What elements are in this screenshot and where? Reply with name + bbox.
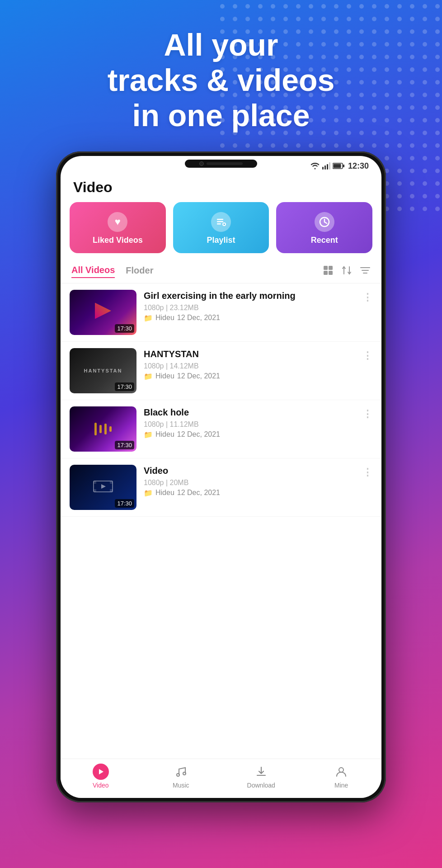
folder-icon-1: 📁 bbox=[144, 314, 153, 322]
video-meta-4: 1080p | 20MB bbox=[144, 479, 353, 487]
category-row: ♥ Liked Videos bbox=[61, 202, 381, 262]
liked-videos-button[interactable]: ♥ Liked Videos bbox=[70, 202, 166, 253]
svg-rect-5 bbox=[329, 162, 330, 170]
video-title-3: Black hole bbox=[144, 406, 353, 418]
phone-notch bbox=[185, 160, 257, 168]
recent-label: Recent bbox=[311, 236, 338, 245]
liked-videos-label: Liked Videos bbox=[93, 236, 143, 245]
svg-rect-2 bbox=[322, 167, 324, 170]
video-more-menu-3[interactable]: ⋮ bbox=[361, 406, 372, 420]
svg-rect-18 bbox=[329, 266, 333, 270]
heart-icon: ♥ bbox=[108, 212, 127, 232]
music-nav-icon bbox=[173, 764, 189, 780]
svg-rect-19 bbox=[324, 271, 328, 275]
svg-point-35 bbox=[339, 768, 343, 772]
video-thumbnail-2: 17:30 bbox=[70, 348, 136, 393]
video-info-4: Video 1080p | 20MB 📁 Hideu 12 Dec, 2021 bbox=[144, 465, 353, 497]
hero-line3: in one place bbox=[132, 98, 310, 132]
page-title: Video bbox=[61, 171, 381, 202]
svg-rect-10 bbox=[217, 221, 223, 222]
signal-icon bbox=[322, 162, 330, 170]
app-content: Video ♥ Liked Videos bbox=[61, 171, 381, 798]
svg-rect-9 bbox=[217, 219, 223, 220]
phone-screen: 12:30 Video ♥ Liked Videos bbox=[61, 156, 381, 798]
video-duration-3: 17:30 bbox=[115, 441, 134, 449]
nav-download[interactable]: Download bbox=[221, 764, 301, 789]
video-info-1: Girl exercising in the early morning 108… bbox=[144, 290, 353, 322]
folder-icon-4: 📁 bbox=[144, 489, 153, 497]
status-time: 12:30 bbox=[348, 161, 369, 171]
svg-rect-11 bbox=[217, 223, 221, 225]
folder-icon-2: 📁 bbox=[144, 372, 153, 381]
bars-visual bbox=[94, 423, 112, 435]
video-nav-icon bbox=[93, 764, 109, 780]
phone-mockup: 12:30 Video ♥ Liked Videos bbox=[56, 151, 386, 802]
video-more-menu-1[interactable]: ⋮ bbox=[361, 290, 372, 303]
nav-mine[interactable]: Mine bbox=[301, 764, 382, 789]
video-info-2: HANTYSTAN 1080p | 14.12MB 📁 Hideu 12 Dec… bbox=[144, 348, 353, 381]
grid-view-icon[interactable] bbox=[323, 265, 334, 278]
svg-rect-8 bbox=[343, 165, 344, 167]
video-list: 17:30 Girl exercising in the early morni… bbox=[61, 283, 381, 759]
nav-video-label: Video bbox=[93, 782, 109, 789]
svg-line-16 bbox=[324, 222, 327, 223]
video-folder-4: 📁 Hideu 12 Dec, 2021 bbox=[144, 489, 353, 497]
recent-button[interactable]: Recent bbox=[276, 202, 372, 253]
svg-rect-4 bbox=[327, 164, 328, 170]
nav-music-label: Music bbox=[173, 782, 189, 789]
tab-folder[interactable]: Floder bbox=[126, 265, 153, 278]
video-item[interactable]: 17:30 Girl exercising in the early morni… bbox=[61, 283, 381, 342]
video-thumbnail-3: 17:30 bbox=[70, 406, 136, 452]
tabs-row: All Videos Floder bbox=[61, 262, 381, 283]
video-more-menu-2[interactable]: ⋮ bbox=[361, 348, 372, 362]
video-meta-1: 1080p | 23.12MB bbox=[144, 304, 353, 312]
bottom-nav: Video Music bbox=[61, 759, 381, 798]
video-thumbnail-1: 17:30 bbox=[70, 290, 136, 335]
nav-video[interactable]: Video bbox=[61, 764, 141, 789]
svg-rect-3 bbox=[324, 165, 326, 170]
video-more-menu-4[interactable]: ⋮ bbox=[361, 465, 372, 478]
power-button bbox=[385, 278, 386, 319]
video-thumbnail-4: 17:30 bbox=[70, 465, 136, 510]
video-meta-2: 1080p | 14.12MB bbox=[144, 362, 353, 370]
svg-point-33 bbox=[177, 774, 179, 776]
hero-line1: All your bbox=[164, 28, 278, 62]
playlist-icon bbox=[211, 212, 231, 232]
playlist-button[interactable]: Playlist bbox=[173, 202, 269, 253]
video-item[interactable]: 17:30 Black hole 1080p | 11.12M bbox=[61, 400, 381, 458]
video-info-3: Black hole 1080p | 11.12MB 📁 Hideu 12 De… bbox=[144, 406, 353, 439]
svg-rect-7 bbox=[333, 164, 341, 168]
battery-icon bbox=[333, 163, 344, 169]
video-title-2: HANTYSTAN bbox=[144, 348, 353, 360]
clock-icon bbox=[315, 212, 334, 232]
video-duration-4: 17:30 bbox=[115, 499, 134, 508]
nav-music[interactable]: Music bbox=[141, 764, 221, 789]
download-nav-icon bbox=[253, 764, 269, 780]
camera-dot bbox=[199, 161, 204, 166]
status-icons bbox=[310, 162, 344, 170]
wifi-icon bbox=[310, 162, 320, 170]
tab-all-videos[interactable]: All Videos bbox=[71, 265, 115, 278]
svg-rect-27 bbox=[94, 481, 96, 484]
video-item[interactable]: 17:30 bbox=[61, 458, 381, 517]
phone-frame: 12:30 Video ♥ Liked Videos bbox=[56, 151, 386, 802]
film-strip-icon bbox=[93, 478, 113, 496]
svg-rect-28 bbox=[94, 489, 96, 492]
hero-section: All your tracks & videos in one place bbox=[108, 27, 335, 133]
video-item[interactable]: 17:30 HANTYSTAN 1080p | 14.12MB 📁 Hideu … bbox=[61, 342, 381, 400]
svg-marker-32 bbox=[99, 769, 103, 774]
video-folder-2: 📁 Hideu 12 Dec, 2021 bbox=[144, 372, 353, 381]
playlist-label: Playlist bbox=[207, 236, 235, 245]
nav-mine-label: Mine bbox=[334, 782, 348, 789]
video-duration-2: 17:30 bbox=[115, 382, 134, 391]
svg-rect-20 bbox=[329, 271, 333, 275]
video-meta-3: 1080p | 11.12MB bbox=[144, 420, 353, 429]
video-title-4: Video bbox=[144, 465, 353, 476]
sort-icon[interactable] bbox=[342, 265, 352, 278]
nav-download-label: Download bbox=[247, 782, 275, 789]
filter-icon[interactable] bbox=[360, 266, 371, 278]
video-folder-3: 📁 Hideu 12 Dec, 2021 bbox=[144, 430, 353, 439]
mine-nav-icon bbox=[333, 764, 349, 780]
folder-icon-3: 📁 bbox=[144, 430, 153, 439]
svg-point-34 bbox=[183, 772, 186, 775]
